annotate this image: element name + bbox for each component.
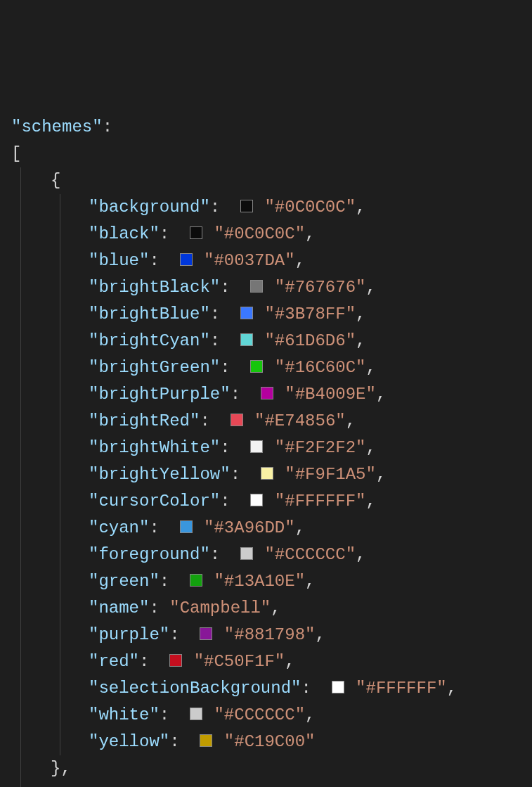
color-swatch-icon[interactable] [200, 734, 212, 747]
json-string: "#CCCCCC" [264, 545, 356, 564]
indent-guide [60, 354, 60, 381]
color-swatch-icon[interactable] [200, 627, 212, 640]
indent-guide [60, 595, 60, 622]
code-line[interactable]: "white": "#CCCCCC", [11, 702, 532, 729]
code-line[interactable]: "red": "#C50F1F", [11, 648, 532, 675]
comma: , [447, 679, 457, 698]
code-line[interactable]: [ [11, 141, 532, 167]
color-swatch-icon[interactable] [250, 494, 263, 506]
comma: , [295, 518, 305, 537]
color-swatch-icon[interactable] [190, 708, 202, 720]
close-brace: }, [51, 759, 71, 778]
comma: , [271, 599, 280, 618]
json-key: "brightWhite" [89, 438, 220, 457]
comma: , [315, 625, 325, 644]
code-line[interactable]: "brightRed": "#E74856", [11, 408, 532, 435]
code-line[interactable]: "blue": "#0037DA", [11, 248, 532, 274]
code-line[interactable]: "cursorColor": "#FFFFFF", [11, 488, 532, 515]
color-swatch-icon[interactable] [261, 467, 273, 480]
json-key: "white" [89, 705, 160, 724]
json-key: "cyan" [89, 518, 149, 537]
code-line[interactable]: }, [11, 755, 532, 782]
color-swatch-icon[interactable] [250, 360, 263, 373]
indent-guide [20, 248, 21, 274]
open-bracket: [ [11, 144, 21, 163]
code-line[interactable]: "brightBlack": "#767676", [11, 274, 532, 301]
indent-guide [60, 435, 60, 461]
colon: : [149, 251, 169, 270]
color-swatch-icon[interactable] [250, 280, 263, 293]
code-line[interactable]: "yellow": "#C19C00" [11, 729, 532, 755]
color-swatch-icon[interactable] [261, 387, 273, 399]
json-key: "brightYellow" [89, 465, 231, 484]
colon: : [210, 198, 231, 217]
code-line[interactable]: "foreground": "#CCCCCC", [11, 542, 532, 568]
comma: , [365, 492, 375, 511]
code-line[interactable]: "selectionBackground": "#FFFFFF", [11, 675, 532, 702]
json-string: "#881798" [224, 625, 316, 644]
indent-guide [60, 328, 60, 354]
code-line[interactable]: "brightWhite": "#F2F2F2", [11, 435, 532, 461]
code-line[interactable]: { [11, 782, 532, 787]
comma: , [356, 331, 365, 350]
code-line[interactable]: "brightGreen": "#16C60C", [11, 354, 532, 381]
json-string: "#C50F1F" [194, 652, 285, 671]
comma: , [356, 198, 365, 217]
indent-guide [60, 194, 60, 221]
color-swatch-icon[interactable] [231, 414, 243, 426]
color-swatch-icon[interactable] [190, 574, 202, 587]
code-line[interactable]: "cyan": "#3A96DD", [11, 515, 532, 542]
json-key: "brightCyan" [89, 331, 210, 350]
json-string: "#F9F1A5" [285, 465, 376, 484]
colon: : [220, 358, 240, 377]
json-string: "#767676" [275, 278, 366, 297]
code-line[interactable]: "brightYellow": "#F9F1A5", [11, 461, 532, 488]
json-key: "brightBlue" [89, 305, 210, 324]
json-editor[interactable]: "schemes":[{"background": "#0C0C0C","bla… [11, 114, 532, 787]
color-swatch-icon[interactable] [180, 520, 193, 533]
json-string: "#61D6D6" [264, 331, 356, 350]
colon: : [149, 599, 169, 618]
code-line[interactable]: "schemes": [11, 114, 532, 141]
colon: : [231, 385, 251, 404]
json-key: "name" [89, 599, 149, 618]
colon: : [220, 492, 240, 511]
indent-guide [60, 648, 60, 675]
color-swatch-icon[interactable] [240, 307, 253, 319]
json-key: "brightPurple" [89, 385, 231, 404]
json-key: "selectionBackground" [89, 679, 301, 698]
color-swatch-icon[interactable] [240, 547, 253, 560]
colon: : [160, 224, 180, 243]
colon: : [220, 278, 240, 297]
code-line[interactable]: "black": "#0C0C0C", [11, 221, 532, 248]
code-line[interactable]: "brightCyan": "#61D6D6", [11, 328, 532, 354]
json-string: "#0C0C0C" [214, 224, 305, 243]
color-swatch-icon[interactable] [169, 654, 182, 667]
json-string: "#3B78FF" [264, 305, 356, 324]
code-line[interactable]: "name": "Campbell", [11, 595, 532, 622]
color-swatch-icon[interactable] [332, 681, 344, 693]
code-line[interactable]: "brightBlue": "#3B78FF", [11, 301, 532, 328]
json-string: "#FFFFFF" [275, 492, 366, 511]
color-swatch-icon[interactable] [180, 253, 193, 266]
comma: , [305, 572, 315, 591]
code-line[interactable]: "background": "#0C0C0C", [11, 194, 532, 221]
indent-guide [20, 301, 21, 328]
indent-guide [20, 221, 21, 248]
color-swatch-icon[interactable] [190, 226, 202, 239]
indent-guide [20, 194, 21, 221]
json-string: "#C19C00" [224, 732, 316, 751]
code-line[interactable]: "brightPurple": "#B4009E", [11, 381, 532, 408]
code-line[interactable]: "purple": "#881798", [11, 622, 532, 648]
indent-guide [20, 782, 21, 787]
code-line[interactable]: "green": "#13A10E", [11, 568, 532, 595]
json-key: "red" [89, 652, 139, 671]
color-swatch-icon[interactable] [250, 440, 263, 453]
colon: : [169, 625, 190, 644]
color-swatch-icon[interactable] [240, 333, 253, 346]
json-key: "green" [89, 572, 160, 591]
code-line[interactable]: { [11, 167, 532, 194]
indent-guide [20, 461, 21, 488]
color-swatch-icon[interactable] [240, 200, 253, 212]
indent-guide [20, 274, 21, 301]
